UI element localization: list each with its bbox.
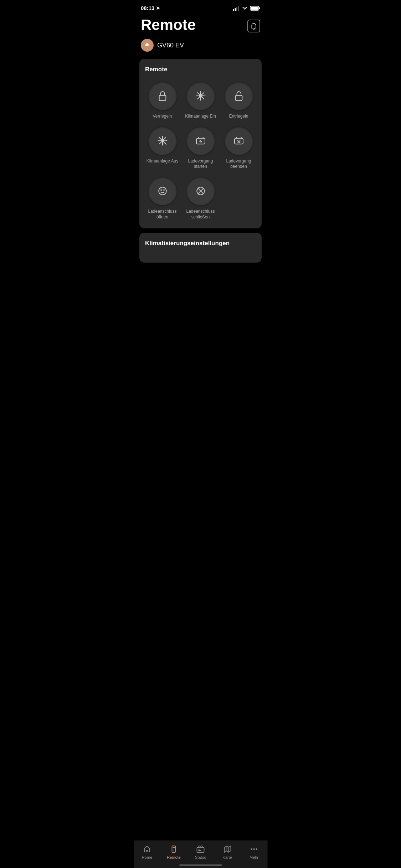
car-name: GV60 EV bbox=[157, 42, 184, 49]
port-close-button[interactable] bbox=[186, 177, 215, 205]
remote-card: Remote Verriegeln bbox=[139, 59, 262, 228]
battery-icon bbox=[250, 6, 260, 11]
climate-on-label: Klimaanlage Ein bbox=[185, 114, 216, 119]
climate-off-item: Klimaanlage Aus bbox=[145, 126, 180, 170]
notification-button[interactable] bbox=[247, 20, 260, 32]
header: Remote bbox=[134, 13, 267, 39]
charge-start-item: Ladevorgang starten bbox=[183, 126, 218, 170]
status-bar: 08:13 ➤ bbox=[134, 0, 267, 13]
svg-rect-5 bbox=[259, 7, 260, 9]
page-title: Remote bbox=[141, 17, 196, 33]
lock-label: Verriegeln bbox=[153, 114, 172, 119]
svg-point-19 bbox=[160, 189, 162, 191]
charge-start-button[interactable] bbox=[186, 126, 215, 155]
svg-rect-6 bbox=[251, 6, 258, 10]
port-open-button[interactable] bbox=[148, 177, 177, 205]
svg-rect-10 bbox=[159, 95, 166, 101]
charge-stop-item: Ladevorgang beenden bbox=[221, 126, 256, 170]
svg-rect-0 bbox=[233, 9, 234, 11]
signal-icon bbox=[233, 6, 240, 11]
port-close-label: Ladeanschluss schließen bbox=[183, 209, 218, 220]
charge-start-label: Ladevorgang starten bbox=[183, 159, 218, 170]
time-label: 08:13 bbox=[141, 5, 154, 11]
svg-rect-2 bbox=[236, 7, 237, 11]
port-open-item: Ladeanschluss öffnen bbox=[145, 177, 180, 220]
klimatisierung-card: Klimatisierungseinstellungen bbox=[139, 233, 262, 263]
climate-off-button[interactable] bbox=[148, 126, 177, 155]
lock-button[interactable] bbox=[148, 82, 177, 110]
charge-stop-label: Ladevorgang beenden bbox=[221, 159, 256, 170]
port-open-label: Ladeanschluss öffnen bbox=[145, 209, 180, 220]
charge-stop-button[interactable] bbox=[225, 126, 253, 155]
wifi-icon bbox=[242, 6, 248, 11]
climate-on-item: Klimaanlage Ein bbox=[183, 82, 218, 119]
svg-rect-1 bbox=[235, 8, 236, 11]
status-right bbox=[233, 6, 260, 11]
svg-rect-3 bbox=[238, 6, 239, 11]
unlock-item: Entriegeln bbox=[221, 82, 256, 119]
unlock-button[interactable] bbox=[225, 82, 253, 110]
car-label: GV60 EV bbox=[134, 39, 267, 59]
remote-grid: Verriegeln Klimaanlage Ein bbox=[145, 82, 256, 220]
svg-point-20 bbox=[163, 189, 165, 191]
car-avatar bbox=[141, 39, 154, 52]
svg-rect-12 bbox=[235, 95, 242, 101]
svg-point-18 bbox=[159, 187, 166, 195]
status-left: 08:13 ➤ bbox=[141, 5, 160, 11]
lock-item: Verriegeln bbox=[145, 82, 180, 119]
climate-off-label: Klimaanlage Aus bbox=[146, 159, 178, 164]
unlock-label: Entriegeln bbox=[229, 114, 248, 119]
klimatisierung-title: Klimatisierungseinstellungen bbox=[145, 240, 256, 247]
location-icon: ➤ bbox=[156, 5, 160, 11]
port-close-item: Ladeanschluss schließen bbox=[183, 177, 218, 220]
scroll-area: Remote Verriegeln bbox=[134, 59, 267, 303]
remote-card-title: Remote bbox=[145, 66, 256, 73]
climate-on-button[interactable] bbox=[186, 82, 215, 110]
